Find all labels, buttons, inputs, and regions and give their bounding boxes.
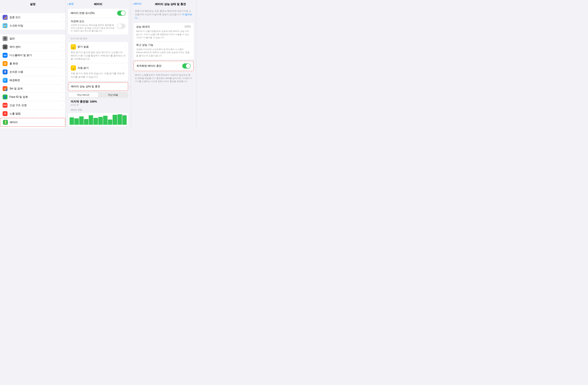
- peak-perf-label: 최고 성능 기능: [136, 43, 153, 47]
- last-charge-label: 마지막 충전량: 100%: [71, 100, 126, 103]
- lowpower-label: 저전력 모드: [71, 20, 115, 23]
- control-label: 제어 센터: [9, 45, 62, 49]
- battery-perf-cell[interactable]: 배터리 성능 상태 및 충전 ›: [68, 82, 128, 91]
- focus-chevron: ›: [62, 16, 63, 19]
- focus-label: 집중 모드: [9, 16, 62, 19]
- exposure-icon: ☀: [3, 111, 7, 116]
- faceid-chevron: ›: [62, 96, 63, 98]
- optimal-charge-card: 최적화된 배터리 충전: [134, 61, 194, 71]
- battery-perf-panel: ‹ 배터리 배터리 성능 상태 및 충전 전화기의 배터리는 모든 충전식 배터…: [131, 0, 196, 128]
- optimal-charge-desc: 배터리 노화를 늦추기 위해 iPhone이 사용자의 일상적인 충전 패턴을 …: [131, 72, 196, 85]
- insight-autobright-chevron: ›: [125, 67, 126, 69]
- faceid-label: Face ID 및 암호: [9, 95, 62, 99]
- settings-panel: 설정 🌙 집중 모드 › ⌛ 스크린 타임 › ⚙ 일반 › ⊟ 제어 센터 ›…: [0, 0, 65, 128]
- battery-segment-control: 지난 24시간 지난 10일: [68, 92, 128, 98]
- settings-item-privacy[interactable]: ✋ 개인정보 보호 및 보안 ›: [0, 127, 65, 128]
- settings-item-sos[interactable]: SOS 긴급 구조 요청 ›: [0, 101, 65, 110]
- settings-item-screentime[interactable]: ⌛ 스크린 타임 ›: [0, 21, 65, 30]
- settings-item-exposure[interactable]: ☀ 노출 알림 ›: [0, 110, 65, 118]
- battery-back-button[interactable]: ‹ 설정: [67, 2, 74, 5]
- lowpower-toggle[interactable]: [117, 23, 126, 29]
- settings-item-control[interactable]: ⊟ 제어 센터 ›: [0, 43, 65, 51]
- battery-chevron: ›: [62, 121, 62, 124]
- insights-section-title: 인사이트 및 제안: [65, 36, 131, 41]
- insight-brightness-row[interactable]: 💡 밝기 높음 › 화면 밝기가 높으면 많은 양의 에너지가 소모됩니다. 배…: [68, 42, 128, 63]
- percentage-toggle[interactable]: [117, 11, 126, 16]
- settings-item-accessibility[interactable]: ♿ 손쉬운 사용 ›: [0, 68, 65, 76]
- general-label: 일반: [9, 37, 62, 40]
- insight-brightness-desc: 화면 밝기가 높으면 많은 양의 에너지가 소모됩니다. 배터리 사용 시간을 …: [71, 51, 126, 61]
- settings-item-faceid[interactable]: 👤 Face ID 및 암호 ›: [0, 93, 65, 101]
- chart-bar-10: [113, 115, 117, 125]
- autobright-icon: 💡: [71, 65, 76, 71]
- chart-bar-7: [98, 117, 103, 125]
- screentime-icon: ⌛: [3, 23, 7, 28]
- settings-item-siri[interactable]: ◎ Siri 및 검색 ›: [0, 84, 65, 93]
- battery-panel: ‹ 설정 배터리 배터리 잔량 표시(%) 저전력 모드 저전력 모드에서는 i…: [65, 0, 131, 128]
- percentage-toggle-row: 배터리 잔량 표시(%): [68, 9, 128, 18]
- perf-cell-chevron: ›: [124, 85, 125, 88]
- chart-bar-2: [74, 118, 79, 125]
- battery-toggles-card: 배터리 잔량 표시(%) 저전력 모드 저전력 모드에서는 iPhone을 완전…: [68, 9, 128, 35]
- segment-24h[interactable]: 지난 24시간: [68, 93, 98, 97]
- settings-header: 설정: [0, 0, 65, 7]
- battery-label: 배터리: [10, 121, 62, 124]
- chart-bar-4: [84, 119, 88, 125]
- percentage-toggle-thumb: [121, 11, 125, 15]
- battery-info: 마지막 충전량: 100% 2시간 전 배터리 잔량: [65, 99, 131, 112]
- perf-card-divider: [136, 41, 191, 41]
- since-label: 2시간 전: [71, 103, 126, 106]
- settings-item-focus[interactable]: 🌙 집중 모드 ›: [0, 13, 65, 21]
- siri-icon: ◎: [3, 86, 7, 91]
- optimal-toggle-thumb: [186, 64, 190, 68]
- perf-max-value: 100%: [184, 25, 191, 29]
- chart-bar-9: [108, 119, 112, 125]
- accessibility-icon: ♿: [3, 70, 7, 74]
- optimal-charge-label: 최적화된 배터리 충전: [136, 64, 182, 68]
- chart-bar-11: [118, 114, 122, 125]
- perf-header: ‹ 배터리 배터리 성능 상태 및 충전: [131, 0, 196, 7]
- insight-autobright-row[interactable]: 💡 자동 밝기 › 자동 밝기가 현재 꺼져 있습니다. 자동 밝기를 켜면 배…: [68, 63, 128, 81]
- perf-back-button[interactable]: ‹ 배터리: [133, 2, 142, 5]
- battery-title: 배터리: [68, 2, 128, 6]
- sos-chevron: ›: [62, 104, 63, 107]
- siri-chevron: ›: [62, 87, 63, 90]
- settings-item-display[interactable]: AA 디스플레이 및 밝기 ›: [0, 51, 65, 59]
- settings-title: 설정: [3, 2, 63, 6]
- chart-bar-8: [103, 116, 107, 125]
- faceid-icon: 👤: [3, 95, 7, 99]
- settings-list: 🌙 집중 모드 › ⌛ 스크린 타임 › ⚙ 일반 › ⊟ 제어 센터 › AA…: [0, 7, 65, 128]
- sos-label: 긴급 구조 요청: [9, 104, 62, 107]
- peak-perf-desc: 내장된 다이내믹 소프트웨어 및 하드웨어 시스템이 iPhone 배터리의 화…: [136, 48, 191, 58]
- display-chevron: ›: [62, 54, 63, 57]
- battery-back-label: 설정: [69, 2, 74, 5]
- chart-100-label: 100%: [122, 114, 126, 116]
- insight-autobright-header: 💡 자동 밝기 ›: [71, 65, 126, 71]
- peak-perf-title: 최고 성능 기능: [136, 43, 191, 47]
- perf-max-desc: 배터리가 신품이었을 때의 성능에 대한 배터리 성능 수치입니다. 수치가 낮…: [136, 30, 191, 39]
- settings-item-battery[interactable]: 🔋 배터리 ›: [0, 118, 65, 127]
- chart-bar-5: [89, 115, 93, 125]
- annotation-arrow-right: →: [129, 84, 131, 89]
- settings-item-wallpaper[interactable]: ✦ 배경화면 ›: [0, 76, 65, 84]
- segment-10d[interactable]: 지난 10일: [98, 93, 128, 97]
- perf-max-title-row: 성능 최대치 100%: [136, 25, 191, 29]
- accessibility-chevron: ›: [62, 71, 63, 73]
- back-chevron-icon: ‹: [67, 2, 68, 5]
- percentage-label: 배터리 잔량 표시(%): [71, 11, 95, 15]
- chart-bar-3: [79, 116, 84, 125]
- chart-bar-1: [70, 117, 74, 125]
- perf-intro-text: 전화기의 배터리는 모든 충전식 배터리와 마찬가지로 소모품이며 시간이 지날…: [131, 7, 196, 21]
- general-chevron: ›: [62, 37, 63, 40]
- wallpaper-chevron: ›: [62, 79, 63, 82]
- wallpaper-icon: ✦: [3, 78, 7, 83]
- perf-title: 배터리 성능 상태 및 충전: [147, 2, 194, 6]
- battery-level-label: 배터리 잔량: [71, 108, 126, 111]
- screentime-label: 스크린 타임: [9, 24, 62, 27]
- settings-item-home[interactable]: ⊞ 홈 화면 ›: [0, 59, 65, 68]
- screentime-chevron: ›: [62, 24, 63, 27]
- settings-item-general[interactable]: ⚙ 일반 ›: [0, 35, 65, 43]
- home-label: 홈 화면: [9, 62, 62, 65]
- optimal-charge-wrapper: → 최적화된 배터리 충전: [131, 61, 196, 71]
- optimal-charge-toggle[interactable]: [182, 63, 191, 69]
